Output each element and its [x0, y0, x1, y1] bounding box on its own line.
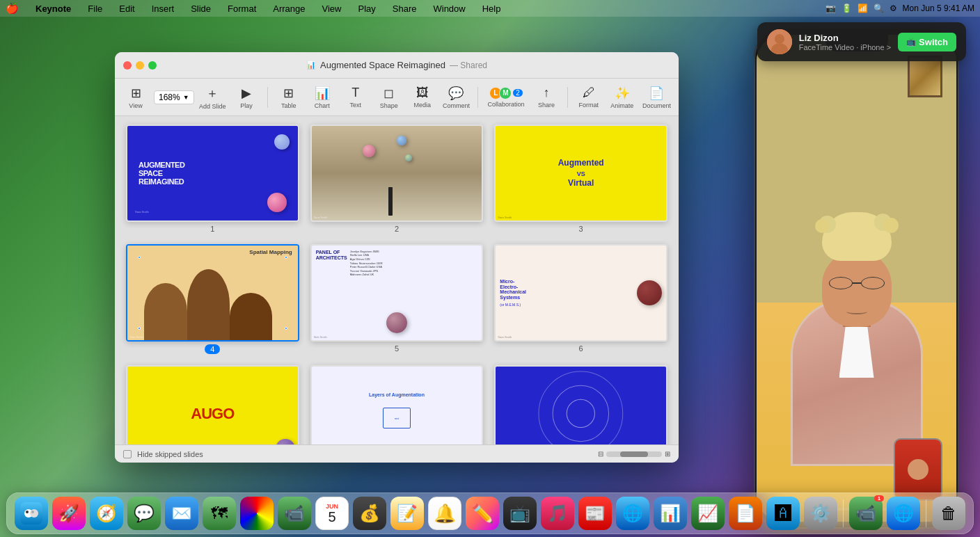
- slide-thumbnail-2[interactable]: Sara Smith: [310, 125, 484, 222]
- slide-thumbnail-8[interactable]: Layers of Augmentation rect Sara Smith: [310, 365, 484, 444]
- menu-format[interactable]: Format: [225, 3, 259, 14]
- toolbar-text-button[interactable]: T Text: [340, 83, 371, 111]
- toolbar-add-slide-button[interactable]: ＋ Add Slide: [197, 82, 228, 113]
- toolbar-format-button[interactable]: 🖊 Format: [574, 83, 604, 111]
- dock-numbers[interactable]: 📈: [691, 497, 725, 530]
- menubar-search-icon[interactable]: 🔍: [874, 3, 884, 13]
- menu-edit[interactable]: Edit: [116, 3, 137, 14]
- dock-facetime2[interactable]: 📹 1: [849, 497, 883, 530]
- slide-number-4: 4: [205, 344, 220, 354]
- toolbar-chart-button[interactable]: 📊 Chart: [307, 83, 338, 112]
- toolbar-table-button[interactable]: ⊞ Table: [274, 83, 304, 112]
- chart-icon: 📊: [315, 86, 330, 101]
- view-icon: ⊞: [131, 86, 141, 101]
- menu-share[interactable]: Share: [390, 3, 420, 14]
- toolbar-comment-button[interactable]: 💬 Comment: [441, 83, 473, 112]
- slide-grid: AUGMENTEDSPACEREIMAGINED Sara Smith 1: [126, 125, 667, 444]
- toolbar-media-button[interactable]: 🖼 Media: [407, 83, 438, 111]
- room-painting: [908, 56, 942, 97]
- menu-view[interactable]: View: [319, 3, 345, 14]
- slide-item-4[interactable]: Spatial Mapping Sara Smith 4: [126, 244, 299, 354]
- slide-item-9[interactable]: PHYSICAL AUGMENTED VIRTUAL Sara Smith 9: [494, 365, 667, 444]
- dock-appletv[interactable]: 📺: [503, 497, 537, 530]
- menu-help[interactable]: Help: [480, 3, 504, 14]
- zoom-chevron-icon: ▼: [183, 94, 189, 101]
- apple-menu[interactable]: 🍎: [6, 2, 19, 15]
- menu-file[interactable]: File: [85, 3, 105, 14]
- dock-appstore[interactable]: 🅰: [766, 497, 800, 530]
- menu-bar-right: 📷 🔋 📶 🔍 ⚙ Mon Jun 5 9:41 AM: [825, 3, 974, 13]
- table-label: Table: [281, 102, 297, 109]
- dock-maps[interactable]: 🗺: [203, 497, 236, 530]
- dock-freeform[interactable]: ✏️: [466, 497, 499, 530]
- dock-sysprefs[interactable]: ⚙️: [804, 497, 837, 530]
- menu-slide[interactable]: Slide: [188, 3, 214, 14]
- slide-thumbnail-9[interactable]: PHYSICAL AUGMENTED VIRTUAL Sara Smith: [494, 365, 667, 444]
- dock-pages[interactable]: 📄: [729, 497, 762, 530]
- dock-calendar[interactable]: JUN 5: [315, 497, 349, 530]
- dock-photos[interactable]: [240, 497, 274, 530]
- menu-arrange[interactable]: Arrange: [270, 3, 308, 14]
- slide-thumbnail-3[interactable]: AugmentedVSVirtual Sara Smith: [494, 125, 667, 222]
- dock-wallet[interactable]: 💰: [353, 497, 386, 530]
- toolbar-zoom[interactable]: 168% ▼: [154, 90, 194, 104]
- dock-translate[interactable]: 🌐: [616, 497, 649, 530]
- window-maximize-button[interactable]: [148, 61, 157, 70]
- dock-safari[interactable]: 🧭: [90, 497, 123, 530]
- scrollbar-inner[interactable]: [606, 451, 662, 457]
- dock-music[interactable]: 🎵: [541, 497, 574, 530]
- menu-bar-left: 🍎 Keynote File Edit Insert Slide Format …: [6, 2, 503, 15]
- slide-thumbnail-7[interactable]: AUGO Sara Smith: [126, 365, 299, 444]
- dock-finder[interactable]: [15, 497, 48, 530]
- toolbar-shape-button[interactable]: ◻ Shape: [374, 83, 404, 112]
- menu-window[interactable]: Window: [430, 3, 468, 14]
- window-minimize-button[interactable]: [136, 61, 144, 70]
- slide-thumbnail-4[interactable]: Spatial Mapping Sara Smith: [126, 244, 299, 342]
- slide-number-3: 3: [579, 225, 583, 233]
- slide-thumbnail-6[interactable]: Micro-Electro-MechanicalSystems (or M.E.…: [494, 244, 667, 342]
- menu-play[interactable]: Play: [355, 3, 378, 14]
- slide-thumbnail-5[interactable]: PANEL OFARCHITECTS Jocelyn Engstrom SWE …: [310, 244, 484, 342]
- toolbar-separator-1: [267, 87, 268, 108]
- dock-reminders[interactable]: 🔔: [428, 497, 461, 530]
- slide-item-2[interactable]: Sara Smith 2: [310, 125, 484, 233]
- menu-keynote[interactable]: Keynote: [33, 3, 74, 14]
- slide-thumbnail-1[interactable]: AUGMENTEDSPACEREIMAGINED Sara Smith: [126, 125, 299, 222]
- dock-launchpad[interactable]: 🚀: [52, 497, 86, 530]
- dock-messages[interactable]: 💬: [127, 497, 161, 530]
- format-label: Format: [579, 102, 599, 109]
- dock-facetime[interactable]: 📹: [278, 497, 311, 530]
- toolbar-document-button[interactable]: 📄 Document: [640, 83, 673, 112]
- toolbar-play-button[interactable]: ▶ Play: [231, 83, 262, 112]
- dock-notes[interactable]: 📝: [390, 497, 424, 530]
- slide-item-7[interactable]: AUGO Sara Smith 7: [126, 365, 299, 444]
- slide-item-6[interactable]: Micro-Electro-MechanicalSystems (or M.E.…: [494, 244, 667, 354]
- scrollbar-icon-left: ⊟: [598, 450, 603, 458]
- window-close-button[interactable]: [123, 61, 132, 70]
- slide-item-5[interactable]: PANEL OFARCHITECTS Jocelyn Engstrom SWE …: [310, 244, 484, 354]
- toolbar-collaboration-button[interactable]: L M 2 Collaboration: [484, 84, 528, 111]
- scrollbar-thumb: [620, 451, 648, 457]
- toolbar-animate-button[interactable]: ✨ Animate: [607, 83, 638, 112]
- slide-item-3[interactable]: AugmentedVSVirtual Sara Smith 3: [494, 125, 667, 233]
- facetime-switch-button[interactable]: Switch: [898, 33, 956, 51]
- dock-keynote[interactable]: 📊: [654, 497, 687, 530]
- menubar-control-icon[interactable]: ⚙: [890, 3, 897, 13]
- toolbar-view-button[interactable]: ⊞ View: [120, 83, 151, 112]
- window-titlebar: 📊 Augmented Space Reimagined — Shared: [115, 52, 679, 79]
- menu-insert[interactable]: Insert: [149, 3, 177, 14]
- document-icon: 📄: [649, 86, 664, 101]
- person-smile: [846, 309, 867, 314]
- dock-news[interactable]: 📰: [578, 497, 612, 530]
- slide-item-8[interactable]: Layers of Augmentation rect Sara Smith 8: [310, 365, 484, 444]
- slide-item-1[interactable]: AUGMENTEDSPACEREIMAGINED Sara Smith 1: [126, 125, 299, 233]
- facetime2-badge: 1: [874, 495, 884, 502]
- skip-slides-checkbox[interactable]: [123, 450, 132, 458]
- slide-4-title: Spatial Mapping: [249, 249, 292, 255]
- window-bottom: Hide skipped slides ⊟ ⊞: [115, 444, 679, 463]
- dock-screentime[interactable]: 🌐: [887, 497, 920, 530]
- scrollbar-track[interactable]: ⊟ ⊞: [598, 450, 670, 458]
- dock-trash[interactable]: 🗑: [932, 497, 965, 530]
- toolbar-share-button[interactable]: ↑ Share: [531, 83, 562, 111]
- dock-mail[interactable]: ✉️: [165, 497, 198, 530]
